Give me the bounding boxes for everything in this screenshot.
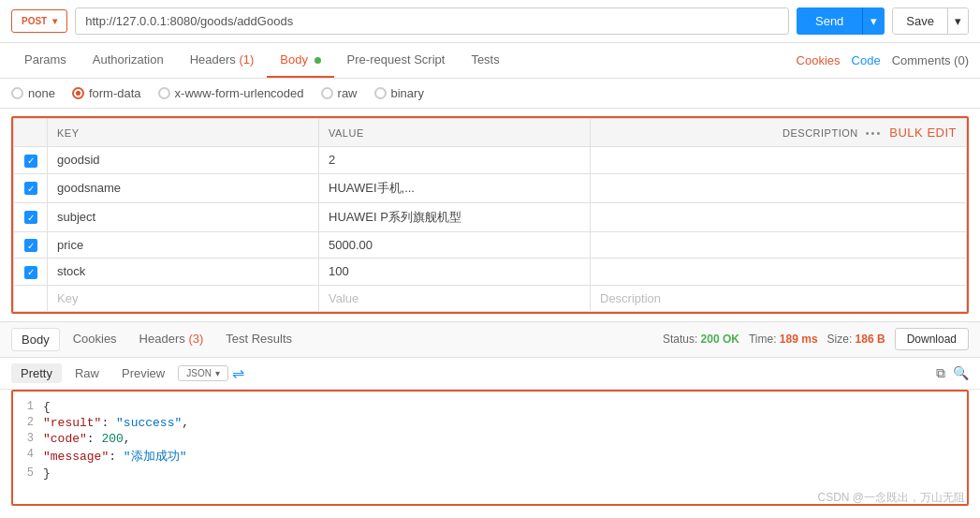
code-line: 4 "message": "添加成功" <box>13 447 967 466</box>
tab-bar-right: Cookies Code Comments (0) <box>797 53 969 67</box>
tab-authorization[interactable]: Authorization <box>80 43 177 78</box>
radio-raw[interactable]: raw <box>321 86 358 100</box>
download-button[interactable]: Download <box>895 328 969 350</box>
method-select[interactable]: POST ▾ <box>11 9 67 33</box>
wrap-icon[interactable]: ⇌ <box>232 364 244 382</box>
code-area: 1{2 "result": "success",3 "code": 200,4 … <box>13 392 967 504</box>
table-row: goodsid 2 <box>14 147 967 174</box>
resp-tab-testresults[interactable]: Test Results <box>216 328 301 351</box>
row-checkbox[interactable] <box>24 182 37 195</box>
size-value: 186 B <box>856 333 885 346</box>
code-line: 5} <box>13 466 967 481</box>
row-value[interactable]: HUAWEI手机,... <box>319 173 591 202</box>
th-checkbox <box>14 119 48 147</box>
row-key[interactable]: goodsid <box>48 147 319 174</box>
json-tab-preview[interactable]: Preview <box>112 363 174 383</box>
row-checkbox[interactable] <box>24 239 37 252</box>
format-arrow: ▾ <box>215 368 220 378</box>
search-icon[interactable]: 🔍 <box>953 365 969 381</box>
send-button[interactable]: Send <box>797 7 862 35</box>
cookies-link[interactable]: Cookies <box>797 53 841 67</box>
tab-prerequest[interactable]: Pre-request Script <box>334 43 459 78</box>
more-icon[interactable]: ••• <box>866 127 883 139</box>
radio-urlencoded[interactable]: x-www-form-urlencoded <box>158 86 304 100</box>
radio-urlencoded-circle <box>158 87 170 99</box>
table-row: goodsname HUAWEI手机,... <box>14 173 967 202</box>
json-tab-raw[interactable]: Raw <box>66 363 109 383</box>
response-tabs-bar: Body Cookies Headers (3) Test Results St… <box>0 321 980 358</box>
size-label: Size: 186 B <box>827 333 885 346</box>
table-row: price 5000.00 <box>14 231 967 259</box>
code-link[interactable]: Code <box>852 53 881 67</box>
tab-tests[interactable]: Tests <box>458 43 512 78</box>
table-row: stock 100 <box>14 259 967 286</box>
bulk-edit-button[interactable]: Bulk Edit <box>889 126 957 140</box>
body-dot <box>314 57 321 64</box>
resp-tab-cookies[interactable]: Cookies <box>64 328 126 351</box>
radio-binary[interactable]: binary <box>374 86 424 100</box>
row-checkbox[interactable] <box>24 155 37 168</box>
body-options: none form-data x-www-form-urlencoded raw… <box>0 79 980 109</box>
row-key[interactable]: subject <box>48 202 319 231</box>
copy-icon[interactable]: ⧉ <box>936 365 945 381</box>
resp-headers-badge: (3) <box>188 332 203 346</box>
radio-none-circle <box>11 87 23 99</box>
method-arrow: ▾ <box>52 16 57 26</box>
send-arrow-button[interactable]: ▾ <box>862 7 885 35</box>
tab-bar-left: Params Authorization Headers (1) Body Pr… <box>11 43 513 78</box>
table-row-empty: Key Value Description <box>14 285 967 311</box>
radio-formdata-circle <box>72 87 84 99</box>
status-label: Status: 200 OK <box>663 333 739 346</box>
table-row: subject HUAWEI P系列旗舰机型 <box>14 202 967 231</box>
send-btn-group: Send ▾ <box>797 7 885 35</box>
code-container: 1{2 "result": "success",3 "code": 200,4 … <box>11 390 969 506</box>
empty-value[interactable]: Value <box>319 285 591 311</box>
code-line: 3 "code": 200, <box>13 431 967 447</box>
comments-link[interactable]: Comments (0) <box>892 53 969 67</box>
headers-badge: (1) <box>239 52 254 67</box>
response-meta: Status: 200 OK Time: 189 ms Size: 186 B … <box>663 328 969 350</box>
th-value: VALUE <box>319 119 591 147</box>
json-toolbar: Pretty Raw Preview JSON ▾ ⇌ ⧉ 🔍 <box>0 358 980 390</box>
row-checkbox[interactable] <box>24 266 37 279</box>
form-table-container: KEY VALUE DESCRIPTION ••• Bulk Edit good… <box>11 116 969 314</box>
row-checkbox[interactable] <box>24 211 37 224</box>
th-description: DESCRIPTION ••• Bulk Edit <box>591 119 967 147</box>
row-value[interactable]: 100 <box>319 259 591 286</box>
radio-none[interactable]: none <box>11 86 55 100</box>
row-value[interactable]: 2 <box>319 147 591 174</box>
time-value: 189 ms <box>780 333 818 346</box>
tab-headers[interactable]: Headers (1) <box>177 43 268 78</box>
save-arrow-button[interactable]: ▾ <box>947 8 968 34</box>
method-label: POST <box>22 16 47 26</box>
row-description <box>591 173 967 202</box>
row-description <box>591 147 967 174</box>
save-button[interactable]: Save <box>893 8 947 34</box>
row-key[interactable]: price <box>48 231 319 259</box>
row-description <box>591 259 967 286</box>
row-description <box>591 202 967 231</box>
resp-tab-body[interactable]: Body <box>11 328 60 351</box>
resp-tab-headers[interactable]: Headers (3) <box>130 328 213 351</box>
row-value[interactable]: 5000.00 <box>319 231 591 259</box>
radio-formdata[interactable]: form-data <box>72 86 141 100</box>
row-value[interactable]: HUAWEI P系列旗舰机型 <box>319 202 591 231</box>
request-tab-bar: Params Authorization Headers (1) Body Pr… <box>0 43 980 79</box>
json-tab-pretty[interactable]: Pretty <box>11 363 62 383</box>
row-key[interactable]: stock <box>48 259 319 286</box>
json-actions: ⧉ 🔍 <box>936 365 969 381</box>
empty-key[interactable]: Key <box>48 285 319 311</box>
url-input[interactable] <box>75 7 789 35</box>
tab-body[interactable]: Body <box>267 43 333 78</box>
tab-params[interactable]: Params <box>11 43 80 78</box>
th-key: KEY <box>48 119 319 147</box>
watermark: CSDN @一念既出，万山无阻 <box>817 490 965 506</box>
time-label: Time: 189 ms <box>749 333 818 346</box>
form-table: KEY VALUE DESCRIPTION ••• Bulk Edit good… <box>13 118 967 312</box>
top-bar: POST ▾ Send ▾ Save ▾ <box>0 0 980 43</box>
status-value: 200 OK <box>701 333 739 346</box>
json-format-select[interactable]: JSON ▾ <box>178 365 228 381</box>
radio-binary-circle <box>374 87 387 99</box>
row-description <box>591 231 967 259</box>
row-key[interactable]: goodsname <box>48 173 319 202</box>
